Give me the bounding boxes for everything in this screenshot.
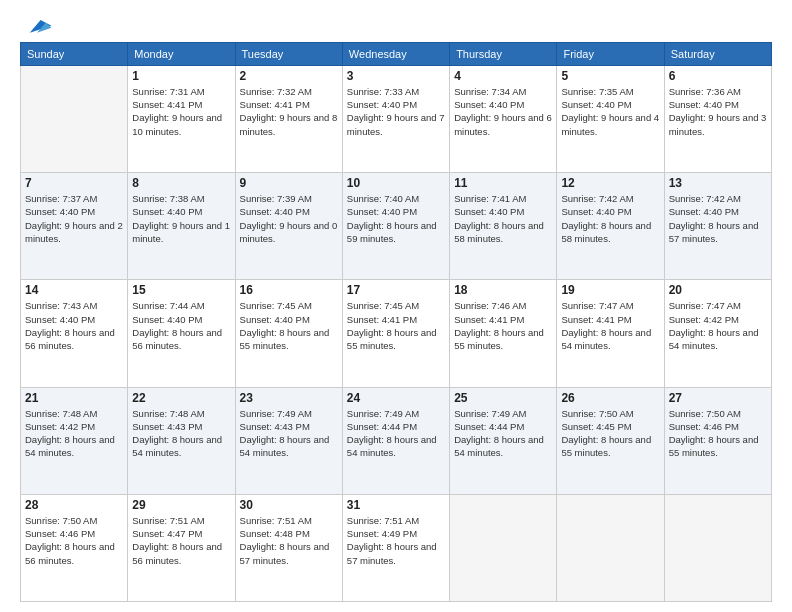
- cell-info: Sunrise: 7:36 AMSunset: 4:40 PMDaylight:…: [669, 85, 767, 138]
- page: SundayMondayTuesdayWednesdayThursdayFrid…: [0, 0, 792, 612]
- calendar-cell: 23 Sunrise: 7:49 AMSunset: 4:43 PMDaylig…: [235, 387, 342, 494]
- cell-date: 6: [669, 69, 767, 83]
- cell-info: Sunrise: 7:50 AMSunset: 4:46 PMDaylight:…: [669, 407, 767, 460]
- cell-info: Sunrise: 7:49 AMSunset: 4:44 PMDaylight:…: [347, 407, 445, 460]
- cell-date: 22: [132, 391, 230, 405]
- calendar-table: SundayMondayTuesdayWednesdayThursdayFrid…: [20, 42, 772, 602]
- calendar-cell: 12 Sunrise: 7:42 AMSunset: 4:40 PMDaylig…: [557, 173, 664, 280]
- calendar-cell: 17 Sunrise: 7:45 AMSunset: 4:41 PMDaylig…: [342, 280, 449, 387]
- logo: [20, 16, 52, 36]
- cell-info: Sunrise: 7:47 AMSunset: 4:41 PMDaylight:…: [561, 299, 659, 352]
- cell-date: 10: [347, 176, 445, 190]
- calendar-cell: 9 Sunrise: 7:39 AMSunset: 4:40 PMDayligh…: [235, 173, 342, 280]
- cell-info: Sunrise: 7:47 AMSunset: 4:42 PMDaylight:…: [669, 299, 767, 352]
- cell-date: 24: [347, 391, 445, 405]
- cell-info: Sunrise: 7:49 AMSunset: 4:44 PMDaylight:…: [454, 407, 552, 460]
- cell-date: 11: [454, 176, 552, 190]
- cell-date: 16: [240, 283, 338, 297]
- cell-date: 5: [561, 69, 659, 83]
- calendar-cell: 4 Sunrise: 7:34 AMSunset: 4:40 PMDayligh…: [450, 65, 557, 172]
- cell-date: 30: [240, 498, 338, 512]
- calendar-cell: 8 Sunrise: 7:38 AMSunset: 4:40 PMDayligh…: [128, 173, 235, 280]
- cell-date: 13: [669, 176, 767, 190]
- calendar-cell: [21, 65, 128, 172]
- cell-date: 12: [561, 176, 659, 190]
- logo-icon: [22, 17, 52, 35]
- cell-info: Sunrise: 7:33 AMSunset: 4:40 PMDaylight:…: [347, 85, 445, 138]
- calendar-cell: 29 Sunrise: 7:51 AMSunset: 4:47 PMDaylig…: [128, 494, 235, 601]
- cell-date: 14: [25, 283, 123, 297]
- calendar-cell: 5 Sunrise: 7:35 AMSunset: 4:40 PMDayligh…: [557, 65, 664, 172]
- calendar-cell: 3 Sunrise: 7:33 AMSunset: 4:40 PMDayligh…: [342, 65, 449, 172]
- cell-info: Sunrise: 7:42 AMSunset: 4:40 PMDaylight:…: [561, 192, 659, 245]
- cell-date: 25: [454, 391, 552, 405]
- calendar-cell: 21 Sunrise: 7:48 AMSunset: 4:42 PMDaylig…: [21, 387, 128, 494]
- cell-date: 1: [132, 69, 230, 83]
- cell-date: 9: [240, 176, 338, 190]
- calendar-cell: 2 Sunrise: 7:32 AMSunset: 4:41 PMDayligh…: [235, 65, 342, 172]
- calendar-cell: 14 Sunrise: 7:43 AMSunset: 4:40 PMDaylig…: [21, 280, 128, 387]
- cell-info: Sunrise: 7:45 AMSunset: 4:40 PMDaylight:…: [240, 299, 338, 352]
- cell-info: Sunrise: 7:50 AMSunset: 4:45 PMDaylight:…: [561, 407, 659, 460]
- cell-date: 26: [561, 391, 659, 405]
- cell-info: Sunrise: 7:45 AMSunset: 4:41 PMDaylight:…: [347, 299, 445, 352]
- cell-info: Sunrise: 7:31 AMSunset: 4:41 PMDaylight:…: [132, 85, 230, 138]
- col-header-thursday: Thursday: [450, 42, 557, 65]
- header: [20, 16, 772, 36]
- calendar-cell: 24 Sunrise: 7:49 AMSunset: 4:44 PMDaylig…: [342, 387, 449, 494]
- cell-info: Sunrise: 7:41 AMSunset: 4:40 PMDaylight:…: [454, 192, 552, 245]
- calendar-cell: [450, 494, 557, 601]
- calendar-cell: 28 Sunrise: 7:50 AMSunset: 4:46 PMDaylig…: [21, 494, 128, 601]
- cell-date: 27: [669, 391, 767, 405]
- cell-info: Sunrise: 7:40 AMSunset: 4:40 PMDaylight:…: [347, 192, 445, 245]
- cell-info: Sunrise: 7:49 AMSunset: 4:43 PMDaylight:…: [240, 407, 338, 460]
- col-header-wednesday: Wednesday: [342, 42, 449, 65]
- cell-date: 3: [347, 69, 445, 83]
- calendar-cell: 10 Sunrise: 7:40 AMSunset: 4:40 PMDaylig…: [342, 173, 449, 280]
- cell-info: Sunrise: 7:51 AMSunset: 4:48 PMDaylight:…: [240, 514, 338, 567]
- col-header-sunday: Sunday: [21, 42, 128, 65]
- cell-info: Sunrise: 7:43 AMSunset: 4:40 PMDaylight:…: [25, 299, 123, 352]
- cell-info: Sunrise: 7:35 AMSunset: 4:40 PMDaylight:…: [561, 85, 659, 138]
- cell-date: 15: [132, 283, 230, 297]
- cell-date: 19: [561, 283, 659, 297]
- calendar-cell: [664, 494, 771, 601]
- col-header-friday: Friday: [557, 42, 664, 65]
- cell-info: Sunrise: 7:46 AMSunset: 4:41 PMDaylight:…: [454, 299, 552, 352]
- calendar-cell: 27 Sunrise: 7:50 AMSunset: 4:46 PMDaylig…: [664, 387, 771, 494]
- cell-date: 17: [347, 283, 445, 297]
- calendar-cell: 20 Sunrise: 7:47 AMSunset: 4:42 PMDaylig…: [664, 280, 771, 387]
- cell-date: 8: [132, 176, 230, 190]
- calendar-cell: 30 Sunrise: 7:51 AMSunset: 4:48 PMDaylig…: [235, 494, 342, 601]
- cell-info: Sunrise: 7:50 AMSunset: 4:46 PMDaylight:…: [25, 514, 123, 567]
- cell-date: 7: [25, 176, 123, 190]
- cell-info: Sunrise: 7:44 AMSunset: 4:40 PMDaylight:…: [132, 299, 230, 352]
- cell-date: 29: [132, 498, 230, 512]
- cell-date: 31: [347, 498, 445, 512]
- cell-date: 2: [240, 69, 338, 83]
- calendar-cell: 22 Sunrise: 7:48 AMSunset: 4:43 PMDaylig…: [128, 387, 235, 494]
- col-header-tuesday: Tuesday: [235, 42, 342, 65]
- cell-date: 21: [25, 391, 123, 405]
- cell-date: 20: [669, 283, 767, 297]
- col-header-saturday: Saturday: [664, 42, 771, 65]
- cell-date: 23: [240, 391, 338, 405]
- calendar-cell: 26 Sunrise: 7:50 AMSunset: 4:45 PMDaylig…: [557, 387, 664, 494]
- calendar-cell: 7 Sunrise: 7:37 AMSunset: 4:40 PMDayligh…: [21, 173, 128, 280]
- cell-info: Sunrise: 7:34 AMSunset: 4:40 PMDaylight:…: [454, 85, 552, 138]
- calendar-cell: 1 Sunrise: 7:31 AMSunset: 4:41 PMDayligh…: [128, 65, 235, 172]
- calendar-cell: 19 Sunrise: 7:47 AMSunset: 4:41 PMDaylig…: [557, 280, 664, 387]
- cell-date: 4: [454, 69, 552, 83]
- calendar-cell: 31 Sunrise: 7:51 AMSunset: 4:49 PMDaylig…: [342, 494, 449, 601]
- calendar-cell: 25 Sunrise: 7:49 AMSunset: 4:44 PMDaylig…: [450, 387, 557, 494]
- calendar-cell: 6 Sunrise: 7:36 AMSunset: 4:40 PMDayligh…: [664, 65, 771, 172]
- cell-info: Sunrise: 7:48 AMSunset: 4:42 PMDaylight:…: [25, 407, 123, 460]
- cell-info: Sunrise: 7:51 AMSunset: 4:49 PMDaylight:…: [347, 514, 445, 567]
- cell-date: 28: [25, 498, 123, 512]
- cell-info: Sunrise: 7:38 AMSunset: 4:40 PMDaylight:…: [132, 192, 230, 245]
- cell-info: Sunrise: 7:51 AMSunset: 4:47 PMDaylight:…: [132, 514, 230, 567]
- calendar-cell: 13 Sunrise: 7:42 AMSunset: 4:40 PMDaylig…: [664, 173, 771, 280]
- col-header-monday: Monday: [128, 42, 235, 65]
- cell-info: Sunrise: 7:32 AMSunset: 4:41 PMDaylight:…: [240, 85, 338, 138]
- calendar-cell: 18 Sunrise: 7:46 AMSunset: 4:41 PMDaylig…: [450, 280, 557, 387]
